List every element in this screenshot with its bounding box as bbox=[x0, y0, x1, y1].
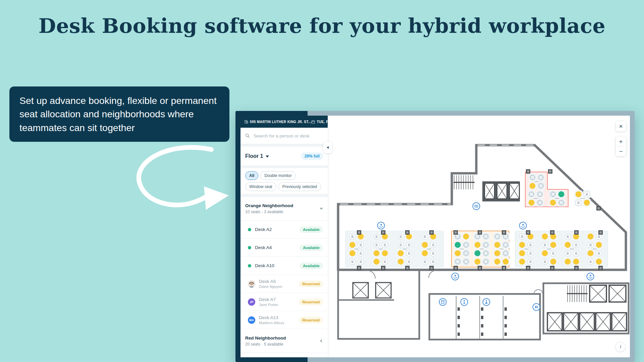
desk-seat-yellow[interactable] bbox=[348, 249, 357, 257]
neighborhood-header-red-neighborhood[interactable]: Red Neighborhood20 seats · 5 available bbox=[240, 329, 328, 353]
floorplan-map[interactable]: × + − i bbox=[328, 116, 630, 357]
desk-seat-x[interactable] bbox=[462, 241, 470, 249]
desk-row-desk-a4[interactable]: Desk A4Available bbox=[240, 239, 328, 257]
desk-seat-x[interactable] bbox=[536, 199, 544, 207]
desk-seat-yellow[interactable] bbox=[541, 233, 549, 241]
desk-seat-yellow[interactable] bbox=[493, 258, 501, 266]
desk-seat-yellow[interactable] bbox=[595, 258, 603, 266]
desk-seat-yellow[interactable] bbox=[493, 249, 501, 257]
desk-seat-yellow[interactable] bbox=[572, 258, 580, 266]
desk-seat-lock[interactable] bbox=[405, 258, 413, 266]
desk-seat-yellow[interactable] bbox=[474, 241, 482, 249]
desk-seat-yellow[interactable] bbox=[583, 199, 591, 207]
desk-seat-x[interactable] bbox=[482, 249, 490, 257]
desk-seat-yellow[interactable] bbox=[595, 241, 603, 249]
desk-seat-yellow[interactable] bbox=[541, 249, 549, 257]
desk-seat-yellow[interactable] bbox=[373, 249, 381, 257]
filter-chip-all[interactable]: All bbox=[245, 171, 258, 180]
info-button[interactable]: i bbox=[615, 342, 626, 352]
desk-seat-green[interactable] bbox=[557, 190, 566, 198]
desk-seat-lock[interactable] bbox=[587, 258, 595, 266]
desk-seat-yellow[interactable] bbox=[549, 241, 557, 249]
desk-seat-yellow[interactable] bbox=[454, 249, 462, 257]
desk-seat-lock[interactable] bbox=[348, 233, 357, 241]
desk-seat-yellow[interactable] bbox=[564, 258, 572, 266]
desk-seat-lock[interactable] bbox=[405, 241, 413, 249]
desk-seat-x[interactable] bbox=[493, 233, 501, 241]
desk-seat-lock[interactable] bbox=[421, 233, 429, 241]
desk-seat-lock[interactable] bbox=[357, 241, 365, 249]
desk-seat-x[interactable] bbox=[502, 249, 510, 257]
desk-seat-lock[interactable] bbox=[564, 249, 572, 257]
desk-seat-yellow[interactable] bbox=[373, 258, 381, 266]
close-button[interactable]: × bbox=[616, 121, 626, 131]
desk-seat-x[interactable] bbox=[482, 258, 490, 266]
desk-seat-yellow[interactable] bbox=[397, 249, 405, 257]
desk-seat-lock[interactable] bbox=[357, 249, 365, 257]
desk-seat-yellow[interactable] bbox=[518, 241, 526, 249]
desk-seat-lock[interactable] bbox=[564, 233, 572, 241]
desk-row-desk-a2[interactable]: Desk A2Available bbox=[240, 221, 328, 239]
desk-seat-lock[interactable] bbox=[587, 241, 595, 249]
desk-seat-lock[interactable] bbox=[421, 258, 429, 266]
desk-row-desk-a7[interactable]: JPDesk A7Jane PorterReserved bbox=[240, 293, 328, 311]
desk-seat-lock[interactable] bbox=[518, 233, 526, 241]
desk-seat-lock[interactable] bbox=[373, 233, 381, 241]
desk-seat-x[interactable] bbox=[502, 241, 510, 249]
desk-seat-yellow[interactable] bbox=[518, 258, 526, 266]
desk-seat-yellow[interactable] bbox=[421, 249, 429, 257]
location-selector[interactable]: 595 MARTIN LUTHER KING JR. ST... bbox=[245, 120, 311, 124]
desk-seat-x[interactable] bbox=[462, 249, 470, 257]
neighborhood-header-orange-neighborhood[interactable]: Orange Neighborhood10 seats · 3 availabl… bbox=[240, 197, 328, 221]
desk-seat-lock[interactable] bbox=[381, 258, 389, 266]
desk-row-desk-a13[interactable]: MADesk A13Madison AtburyReserved bbox=[240, 311, 328, 329]
desk-seat-x[interactable] bbox=[482, 233, 490, 241]
desk-seat-lock[interactable] bbox=[405, 249, 413, 257]
desk-seat-lock[interactable] bbox=[527, 241, 535, 249]
date-selector[interactable]: TUE, FEB 2 bbox=[311, 120, 328, 124]
desk-row-desk-a5[interactable]: Desk A5Diane NguyenReserved bbox=[240, 275, 328, 293]
desk-seat-lock[interactable] bbox=[549, 249, 557, 257]
search-input[interactable] bbox=[253, 133, 321, 139]
floor-selector[interactable]: Floor 1 bbox=[245, 153, 269, 159]
desk-seat-x[interactable] bbox=[536, 190, 544, 198]
filter-chip-previously-selected[interactable]: Previously selected bbox=[278, 182, 321, 191]
desk-seat-yellow[interactable] bbox=[474, 258, 482, 266]
filter-chip-double-monitor[interactable]: Double monitor bbox=[260, 171, 296, 180]
desk-seat-yellow[interactable] bbox=[549, 258, 557, 266]
desk-seat-green[interactable] bbox=[454, 241, 462, 249]
desk-seat-yellow[interactable] bbox=[564, 241, 572, 249]
desk-seat-yellow[interactable] bbox=[381, 249, 389, 257]
desk-row-desk-a10[interactable]: Desk A10Available bbox=[240, 257, 328, 275]
desk-seat-lock[interactable] bbox=[397, 241, 405, 249]
desk-seat-lock[interactable] bbox=[541, 258, 549, 266]
desk-seat-yellow[interactable] bbox=[348, 241, 357, 249]
desk-seat-yellow[interactable] bbox=[528, 199, 536, 207]
neighborhood-header-yellow-neighborhood[interactable]: Yellow Neighborhood20 seats · 3 availabl… bbox=[240, 353, 328, 357]
desk-seat-yellow[interactable] bbox=[549, 199, 557, 207]
desk-seat-yellow[interactable] bbox=[397, 258, 405, 266]
filter-chip-window-seat[interactable]: Window seat bbox=[245, 182, 276, 191]
desk-seat-lock[interactable] bbox=[381, 241, 389, 249]
desk-seat-lock[interactable] bbox=[429, 249, 437, 257]
desk-seat-yellow[interactable] bbox=[529, 182, 537, 190]
desk-seat-lock[interactable] bbox=[575, 199, 583, 207]
desk-seat-lock[interactable] bbox=[572, 249, 580, 257]
desk-seat-yellow[interactable] bbox=[518, 249, 526, 257]
desk-seat-lock[interactable] bbox=[397, 233, 405, 241]
desk-seat-lock[interactable] bbox=[572, 241, 580, 249]
desk-seat-lock[interactable] bbox=[527, 249, 535, 257]
desk-seat-lock[interactable] bbox=[348, 258, 357, 266]
desk-seat-lock[interactable] bbox=[595, 249, 603, 257]
desk-seat-x[interactable] bbox=[537, 182, 545, 190]
desk-seat-lock[interactable] bbox=[429, 241, 437, 249]
desk-seat-x[interactable] bbox=[482, 241, 490, 249]
desk-seat-x[interactable] bbox=[537, 174, 545, 182]
desk-seat-yellow[interactable] bbox=[587, 233, 595, 241]
desk-seat-x[interactable] bbox=[454, 258, 462, 266]
desk-seat-yellow[interactable] bbox=[462, 233, 470, 241]
desk-seat-lock[interactable] bbox=[357, 258, 365, 266]
desk-seat-yellow[interactable] bbox=[587, 249, 595, 257]
desk-seat-lock[interactable] bbox=[541, 241, 549, 249]
desk-seat-x[interactable] bbox=[462, 258, 470, 266]
